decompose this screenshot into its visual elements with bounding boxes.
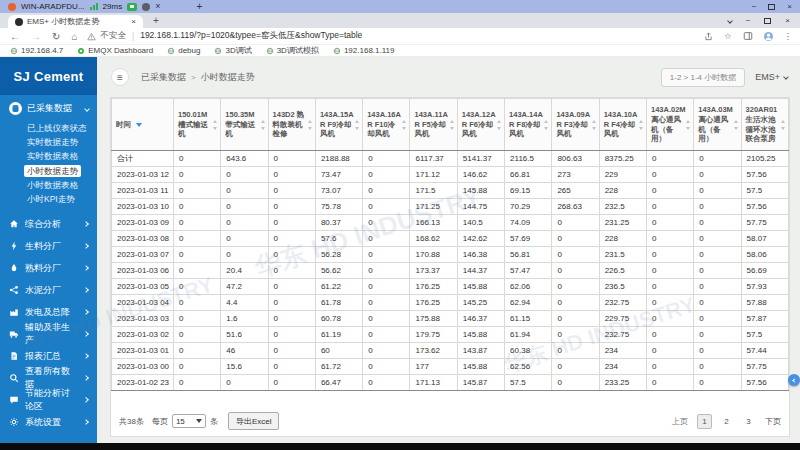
bookmark-item[interactable]: 192.168.1.119 xyxy=(333,46,395,55)
table-cell: 146.62 xyxy=(457,167,504,183)
column-header[interactable]: 143A.12AR F6冷却风机 xyxy=(457,99,504,151)
remote-restore-icon[interactable] xyxy=(768,4,775,10)
table-row: 2023-01-03 02051.6061.190179.75145.8861.… xyxy=(112,327,789,343)
forward-icon[interactable]: → xyxy=(31,31,41,42)
next-page-button[interactable]: 下页 xyxy=(765,416,781,427)
sidebar-item-chat[interactable]: 节能分析讨论区 xyxy=(0,389,97,411)
remote-tab-close-icon[interactable]: × xyxy=(155,2,160,11)
page-button[interactable]: 2 xyxy=(719,414,734,429)
browser-new-tab-button[interactable]: + xyxy=(153,15,159,26)
column-header-label: 143A.02M 离心通风机（备用） xyxy=(651,105,686,143)
sidebar-item-truck[interactable]: 辅助及非生产 xyxy=(0,323,97,345)
sidebar-item-gear[interactable]: 系统设置 xyxy=(0,411,97,433)
table-cell: 806.63 xyxy=(552,151,599,167)
sidebar-subitem[interactable]: 小时KPI走势 xyxy=(0,193,97,207)
table-cell: 176.25 xyxy=(410,295,457,311)
sort-icon[interactable] xyxy=(592,120,597,130)
bookmark-item[interactable]: 192.168.4.7 xyxy=(10,46,63,55)
sidebar-item-home[interactable]: 综合分析 xyxy=(0,213,97,235)
table-cell: 229 xyxy=(599,167,646,183)
browser-menu-icon[interactable]: ⋮ xyxy=(784,31,793,41)
bookmark-star-icon[interactable]: ☆ xyxy=(724,31,732,41)
panel-collapse-button[interactable] xyxy=(788,374,800,386)
hamburger-menu-icon[interactable]: ≡ xyxy=(111,68,129,86)
sort-icon[interactable] xyxy=(355,120,360,130)
profile-avatar[interactable] xyxy=(764,32,773,41)
sort-icon[interactable] xyxy=(261,120,266,130)
page-button-active[interactable]: 1 xyxy=(697,414,712,429)
sidebar-item-bolt[interactable]: 生料分厂 xyxy=(0,235,97,257)
column-header[interactable]: 143A.16AR F10冷却风机 xyxy=(363,99,410,151)
sort-icon[interactable] xyxy=(686,120,691,130)
hour-range-button[interactable]: 1-2 > 1-4 小时数据 xyxy=(661,68,745,87)
tab-search-caret-icon[interactable] xyxy=(727,18,733,24)
sort-icon[interactable] xyxy=(402,120,407,130)
column-header[interactable]: 143A.02M 离心通风机（备用） xyxy=(646,99,693,151)
side-panel-icon[interactable] xyxy=(743,31,753,41)
remote-close-button[interactable]: × xyxy=(787,2,792,11)
table-cell: 73.07 xyxy=(315,183,362,199)
sidebar-item-drop[interactable]: 熟料分厂 xyxy=(0,257,97,279)
sort-icon[interactable] xyxy=(781,120,786,130)
sort-icon[interactable] xyxy=(136,123,142,127)
table-cell: 0 xyxy=(363,375,410,391)
column-header[interactable]: 320AR01 生活水池循环水池联合泵房 xyxy=(741,99,788,151)
sidebar-subitem[interactable]: 实时数据走势 xyxy=(0,135,97,149)
column-header[interactable]: 150.01M 槽式输送机 xyxy=(174,99,221,151)
column-header[interactable]: 143D2 熟料散装机检修 xyxy=(268,99,315,151)
time-column-header[interactable]: 时间 xyxy=(112,99,174,151)
column-header[interactable]: 150.35M 带式输送机 xyxy=(221,99,268,151)
sort-icon[interactable] xyxy=(734,120,739,130)
column-header[interactable]: 143A.14AR F8冷却风机 xyxy=(505,99,552,151)
bookmark-item[interactable]: 3D调试模拟 xyxy=(266,45,319,56)
prev-page-button[interactable]: 上页 xyxy=(672,416,688,427)
reload-icon[interactable]: ↻ xyxy=(52,31,60,42)
page-button[interactable]: 3 xyxy=(741,414,756,429)
sort-icon[interactable] xyxy=(308,120,313,130)
browser-minimize-button[interactable]: − xyxy=(746,16,751,25)
omnibox[interactable]: 不安全 | 192.168.1.119/?p=1020&typee=窑头低压&s… xyxy=(87,30,362,42)
back-icon[interactable]: ← xyxy=(10,31,20,42)
page-size-select[interactable]: 15 xyxy=(172,414,206,428)
sidebar-subitem[interactable]: 已上线仪表状态 xyxy=(0,121,97,135)
sort-icon[interactable] xyxy=(213,120,218,130)
column-header[interactable]: 143A.03M 离心通风机（备用） xyxy=(694,99,741,151)
ems-dropdown[interactable]: EMS+ xyxy=(755,72,788,82)
breadcrumb-parent[interactable]: 已采集数据 xyxy=(141,71,186,84)
export-excel-button[interactable]: 导出Excel xyxy=(228,412,280,430)
sort-icon[interactable] xyxy=(639,120,644,130)
column-header[interactable]: 143A.11AR F5冷却风机 xyxy=(410,99,457,151)
sidebar-item-report[interactable]: 报表汇总 xyxy=(0,345,97,367)
column-header[interactable]: 143A.15AR F9冷却风机 xyxy=(315,99,362,151)
table-cell: 2105.25 xyxy=(741,151,788,167)
bookmark-item[interactable]: EMQX Dashboard xyxy=(77,46,153,55)
remote-new-tab-button[interactable]: + xyxy=(196,1,202,12)
bookmark-item[interactable]: debug xyxy=(167,46,200,55)
table-cell: 57.56 xyxy=(741,199,788,215)
chevron-down-icon xyxy=(84,106,90,112)
column-header[interactable]: 143A.10AR F4冷却风机 xyxy=(599,99,646,151)
record-icon[interactable] xyxy=(127,3,137,11)
bookmark-label: 192.168.4.7 xyxy=(21,46,63,55)
sort-icon[interactable] xyxy=(497,120,502,130)
sidebar-subitem-active[interactable]: 小时数据走势 xyxy=(0,164,97,178)
sort-icon[interactable] xyxy=(450,120,455,130)
sidebar-item-factory[interactable]: 发电及总降 xyxy=(0,301,97,323)
sidebar-item-search[interactable]: 查看所有数据 xyxy=(0,367,97,389)
browser-tab[interactable]: EMS+ 小时数据走势 × xyxy=(8,15,143,28)
sidebar-subitem[interactable]: 实时数据表格 xyxy=(0,150,97,164)
tab-close-icon[interactable]: × xyxy=(131,17,136,26)
sidebar-item-nodes[interactable]: 水泥分厂 xyxy=(0,279,97,301)
settings-dot-icon[interactable] xyxy=(142,3,150,11)
remote-window-tab[interactable]: WIN-ARADFDU... 29ms × xyxy=(0,0,168,13)
browser-maximize-icon[interactable] xyxy=(764,18,771,24)
sidebar-group-collected-data[interactable]: 已采集数据 xyxy=(0,95,97,120)
remote-minimize-button[interactable]: − xyxy=(752,2,757,11)
home-icon[interactable]: ⌂ xyxy=(71,31,77,42)
sort-icon[interactable] xyxy=(544,120,549,130)
column-header[interactable]: 143A.09AR F3冷却风机 xyxy=(552,99,599,151)
share-icon[interactable] xyxy=(704,32,713,41)
browser-close-button[interactable]: × xyxy=(785,16,790,25)
bookmark-item[interactable]: 3D调试 xyxy=(214,45,251,56)
sidebar-subitem[interactable]: 小时数据表格 xyxy=(0,178,97,192)
